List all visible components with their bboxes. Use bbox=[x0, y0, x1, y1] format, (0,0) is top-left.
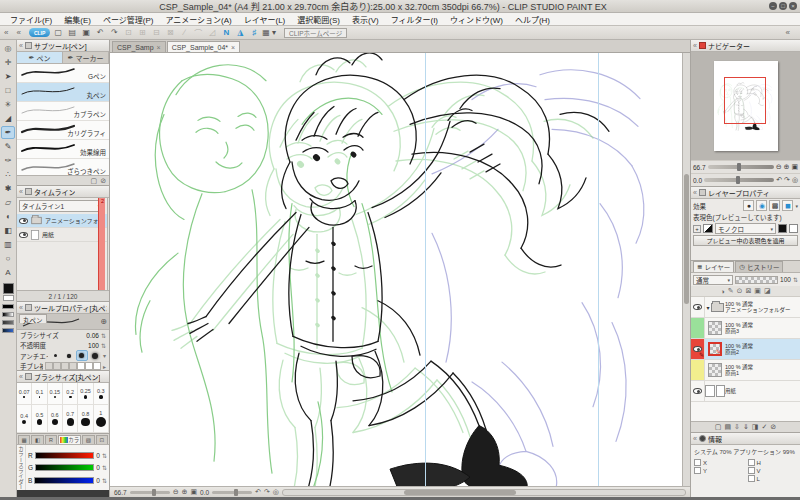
brush-size-preset-0.25[interactable]: 0.25 bbox=[78, 383, 93, 405]
minimize-button[interactable]: − bbox=[769, 2, 777, 10]
stabilization-segment[interactable] bbox=[85, 362, 93, 370]
subtool-tab-1[interactable]: ✒マーカー bbox=[63, 52, 109, 63]
color-mode-dropdown[interactable]: モノクロ ▾ bbox=[715, 223, 776, 234]
clip-studio-logo[interactable]: CLIP bbox=[29, 28, 50, 37]
draft-layer-icon[interactable]: ✎ bbox=[728, 287, 734, 295]
gradient-swatch-bw[interactable] bbox=[2, 312, 14, 317]
menu-item-2[interactable]: ページ管理(P) bbox=[97, 14, 160, 25]
color-tab-5[interactable]: ⊡ bbox=[96, 435, 108, 444]
menu-item-1[interactable]: 編集(E) bbox=[58, 14, 97, 25]
layer-row-用紙[interactable]: 用紙 bbox=[691, 381, 800, 402]
antialias-option-1[interactable] bbox=[63, 350, 75, 361]
brush-tool[interactable]: ✑ bbox=[1, 154, 15, 167]
menu-item-7[interactable]: フィルター(I) bbox=[385, 14, 444, 25]
rotation-slider[interactable] bbox=[212, 491, 252, 494]
close-tab-icon[interactable]: × bbox=[157, 44, 161, 51]
main-expression-color-swatch[interactable] bbox=[778, 224, 787, 233]
pencil-tool[interactable]: ✎ bbox=[1, 140, 15, 153]
new-canvas-button[interactable]: ▢ bbox=[52, 27, 64, 38]
close-tab-icon[interactable]: × bbox=[231, 44, 235, 51]
lock-transparent-icon[interactable]: ▣ bbox=[754, 287, 761, 295]
menu-item-3[interactable]: アニメーション(A) bbox=[159, 14, 237, 25]
transfer-layer-icon[interactable]: ⇩ bbox=[734, 423, 740, 431]
stabilization-segment[interactable] bbox=[77, 362, 85, 370]
material-button[interactable]: ▦ ▾ bbox=[262, 27, 276, 38]
brush-size-preset-0.7[interactable]: 0.7 bbox=[63, 405, 78, 433]
gradient-swatch-gray[interactable] bbox=[2, 320, 14, 325]
color-tab-4[interactable]: ▨ bbox=[82, 435, 94, 444]
layer-visibility-cell[interactable] bbox=[691, 381, 705, 401]
new-subtool-icon[interactable]: ▢ bbox=[91, 177, 98, 185]
zoom-tool[interactable]: ◎ bbox=[1, 42, 15, 55]
layer-visibility-cell[interactable] bbox=[691, 318, 705, 338]
brush-size-preset-0.5[interactable]: 0.5 bbox=[32, 405, 47, 433]
panel-collapse-icon[interactable]: « bbox=[693, 42, 697, 49]
reset-view-icon[interactable]: ◎ bbox=[273, 488, 279, 496]
stabilization-segment[interactable] bbox=[53, 362, 61, 370]
slider-value-R[interactable]: 0 bbox=[96, 452, 100, 459]
antialias-option-0[interactable] bbox=[50, 350, 62, 361]
rotate-ccw-icon[interactable]: ↶ bbox=[255, 488, 261, 496]
document-tab-0[interactable]: CSP_Samp× bbox=[112, 41, 166, 52]
slider-value-B[interactable]: 0 bbox=[96, 477, 100, 484]
toolbar-section-collapse-icon[interactable]: « bbox=[16, 28, 20, 37]
save-file-button[interactable]: ▣ bbox=[80, 27, 92, 38]
timeline-row-1[interactable]: 用紙 bbox=[17, 228, 107, 242]
visibility-eye-icon[interactable] bbox=[693, 388, 702, 394]
vertical-scrollbar-thumb[interactable] bbox=[684, 174, 689, 304]
toolbar-collapse-icon[interactable]: « bbox=[4, 28, 8, 37]
undo-button[interactable]: ↶ bbox=[94, 27, 106, 38]
stabilization-segment[interactable] bbox=[69, 362, 77, 370]
mask-icon[interactable]: ◪ bbox=[764, 287, 771, 295]
panel-collapse-icon[interactable]: « bbox=[19, 373, 23, 380]
snap-grid-button[interactable]: ♯ bbox=[248, 27, 260, 38]
navigator-zoom-slider[interactable] bbox=[708, 165, 774, 169]
slider-stepper[interactable]: ⇅ bbox=[102, 464, 107, 471]
gradient-swatch-blue[interactable] bbox=[2, 328, 14, 333]
layer-color-effect-icon[interactable]: ◼ bbox=[782, 200, 793, 211]
navigator-rotate-ccw-icon[interactable]: ↶ bbox=[776, 176, 782, 184]
snap-special-ruler-button[interactable]: ◮ bbox=[234, 27, 246, 38]
color-panel-scrollbar[interactable] bbox=[17, 490, 109, 497]
subtool-item-2[interactable]: カブラペン bbox=[17, 102, 109, 121]
navigator-zoom-value[interactable]: 66.7 bbox=[693, 164, 706, 171]
subtool-detail-icon[interactable]: ⊕ bbox=[100, 317, 107, 326]
brush-size-stepper[interactable]: ⇅ bbox=[101, 332, 106, 339]
toolbar-right-collapse-icon[interactable]: « bbox=[786, 28, 790, 37]
navigator-rotate-cw-icon[interactable]: ↷ bbox=[784, 176, 790, 184]
open-file-button[interactable]: ▤ bbox=[66, 27, 78, 38]
rotate-cw-icon[interactable]: ↷ bbox=[264, 488, 270, 496]
sub-expression-color-swatch[interactable] bbox=[789, 224, 798, 233]
layer-opacity-stepper[interactable]: ⇅ bbox=[793, 276, 798, 283]
panel-collapse-icon[interactable]: « bbox=[693, 189, 697, 196]
subtool-tab-0[interactable]: ✒ペン bbox=[17, 52, 63, 63]
slider-value-G[interactable]: 0 bbox=[96, 464, 100, 471]
slider-track-B[interactable] bbox=[34, 477, 94, 484]
layer-row-アニメーションフォルダー[interactable]: ▾100 % 通常アニメーションフォルダー bbox=[691, 297, 800, 318]
decoration-tool[interactable]: ✱ bbox=[1, 182, 15, 195]
merge-layer-icon[interactable]: ⇓ bbox=[743, 423, 749, 431]
color-tab-0[interactable]: ▦ bbox=[18, 435, 30, 444]
brush-size-preset-0.4[interactable]: 0.4 bbox=[17, 405, 32, 433]
lock-layer-icon[interactable]: ⊠ bbox=[745, 287, 751, 295]
brush-size-preset-0.3[interactable]: 0.3 bbox=[94, 383, 109, 405]
menu-item-8[interactable]: ウィンドウ(W) bbox=[444, 14, 509, 25]
delete-subtool-icon[interactable]: ⊘ bbox=[100, 177, 106, 185]
subtool-item-3[interactable]: カリグラフィ bbox=[17, 121, 109, 140]
navigator-fit-icon[interactable]: ▣ bbox=[791, 163, 798, 171]
stabilization-segment[interactable] bbox=[93, 362, 101, 370]
menu-item-9[interactable]: ヘルプ(H) bbox=[509, 14, 556, 25]
timeline-row-0[interactable]: アニメーションフォル bbox=[17, 214, 107, 228]
stabilization-arrow-icon[interactable]: ▸ bbox=[103, 363, 106, 370]
timeline-selector[interactable]: タイムライン1 ▼ bbox=[19, 200, 105, 212]
color-tab-1[interactable]: ◧ bbox=[31, 435, 43, 444]
opacity-stepper[interactable]: ⇅ bbox=[101, 342, 106, 349]
zoom-in-icon[interactable]: ⊕ bbox=[182, 488, 188, 496]
airbrush-tool[interactable]: ∴ bbox=[1, 168, 15, 181]
color-tab-3[interactable]: カラ bbox=[58, 435, 81, 444]
rotation-value[interactable]: 0.0 bbox=[200, 489, 209, 496]
panel-collapse-icon[interactable]: « bbox=[693, 435, 697, 442]
layer-row-原画1[interactable]: 100 % 通常原画1 bbox=[691, 360, 800, 381]
visibility-eye-icon[interactable] bbox=[19, 218, 28, 224]
slider-stepper[interactable]: ⇅ bbox=[102, 452, 107, 459]
